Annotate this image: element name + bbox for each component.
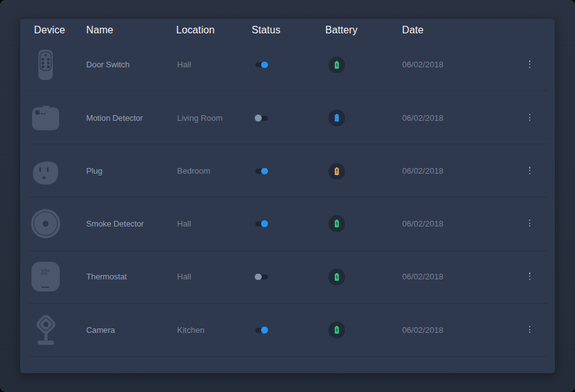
svg-text:32°: 32° [40,269,50,276]
